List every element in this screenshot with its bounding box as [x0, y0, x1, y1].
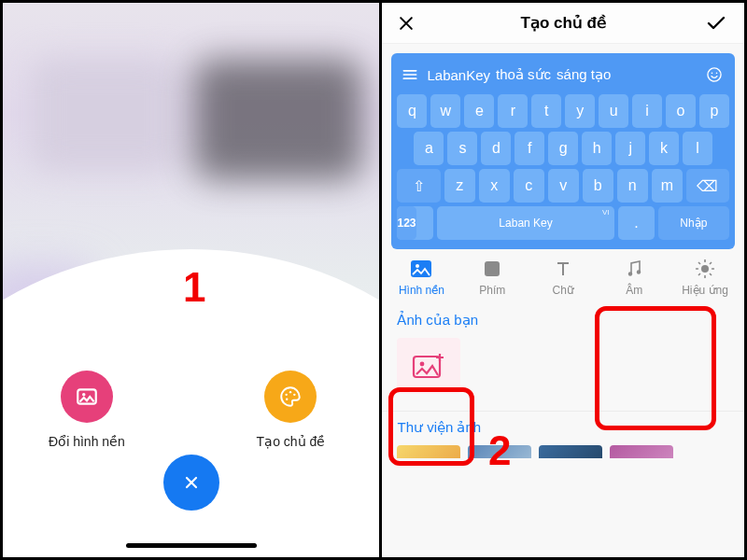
keyboard-preview: LabanKey thoả sức sáng tạo q w e r t y u — [382, 44, 744, 249]
close-button[interactable] — [397, 14, 421, 33]
key-s[interactable]: s — [447, 132, 477, 165]
key-y[interactable]: y — [565, 94, 595, 128]
tab-background[interactable]: Hình nền — [386, 259, 457, 297]
close-menu-button[interactable] — [163, 455, 219, 522]
key-j[interactable]: j — [615, 132, 645, 165]
tab-label: Chữ — [553, 284, 574, 297]
svg-point-8 — [716, 73, 718, 75]
svg-rect-11 — [485, 261, 500, 276]
square-icon — [481, 259, 503, 279]
tab-label: Hình nền — [399, 284, 444, 297]
editor-tabs: Hình nền Phím Chữ Âm Hiệu ứng — [382, 249, 744, 301]
key-k[interactable]: k — [649, 132, 679, 165]
library-thumb[interactable] — [610, 445, 673, 458]
svg-point-13 — [637, 270, 641, 273]
key-p[interactable]: p — [699, 94, 729, 128]
tab-text[interactable]: Chữ — [528, 259, 599, 297]
key-o[interactable]: o — [666, 94, 696, 128]
key-v[interactable]: v — [548, 169, 579, 203]
key-u[interactable]: u — [599, 94, 628, 128]
keyboard-suggestion-bar: LabanKey thoả sức sáng tạo — [397, 59, 729, 94]
key-e[interactable]: e — [464, 94, 494, 128]
close-icon — [163, 455, 219, 511]
library-thumb[interactable] — [539, 445, 602, 458]
confirm-button[interactable] — [705, 12, 729, 35]
keyboard-row-1: q w e r t y u i o p — [397, 94, 729, 128]
key-m[interactable]: m — [652, 169, 683, 203]
key-backspace[interactable]: ⌫ — [686, 169, 729, 203]
key-f[interactable]: f — [514, 132, 544, 165]
svg-point-14 — [701, 265, 709, 273]
highlight-box-2 — [388, 387, 474, 466]
kb-word-2: sáng tạo — [557, 66, 611, 83]
svg-point-12 — [628, 272, 632, 275]
change-background-button[interactable]: Đổi hình nền — [31, 371, 143, 449]
keyboard-row-4: 123 , Laban Key VI . Nhập — [397, 206, 729, 240]
svg-point-5 — [286, 399, 288, 400]
create-theme-label: Tạo chủ đề — [234, 434, 346, 449]
lang-indicator: VI — [602, 208, 610, 217]
tab-keys[interactable]: Phím — [457, 259, 528, 297]
key-t[interactable]: t — [531, 94, 561, 128]
create-theme-button[interactable]: Tạo chủ đề — [234, 371, 346, 449]
tab-label: Phím — [479, 284, 505, 297]
image-icon — [410, 259, 432, 279]
image-icon — [61, 371, 113, 423]
svg-point-10 — [416, 264, 419, 268]
key-q[interactable]: q — [397, 94, 427, 128]
callout-number-1: 1 — [183, 264, 205, 311]
brightness-icon — [694, 259, 716, 279]
highlight-box-1 — [595, 306, 716, 430]
key-123[interactable]: 123 — [397, 206, 416, 240]
editor-header: Tạo chủ đề — [382, 3, 744, 44]
key-w[interactable]: w — [430, 94, 460, 128]
key-b[interactable]: b — [583, 169, 613, 203]
key-c[interactable]: c — [514, 169, 544, 203]
change-background-label: Đổi hình nền — [31, 434, 143, 449]
kb-word-1: thoả sức — [496, 66, 551, 83]
emoji-icon[interactable] — [705, 65, 726, 84]
tab-label: Hiệu ứng — [682, 284, 728, 297]
key-g[interactable]: g — [548, 132, 578, 165]
key-x[interactable]: x — [479, 169, 510, 203]
tab-effects[interactable]: Hiệu ứng — [669, 259, 740, 297]
svg-point-7 — [712, 73, 713, 75]
space-label: Laban Key — [499, 217, 552, 230]
svg-point-1 — [82, 393, 85, 396]
keyboard-row-3: ⇧ z x c v b n m ⌫ — [397, 169, 729, 203]
key-enter[interactable]: Nhập — [658, 206, 729, 240]
menu-icon[interactable] — [401, 65, 421, 84]
add-image-icon — [412, 352, 445, 380]
music-icon — [623, 259, 645, 279]
key-d[interactable]: d — [481, 132, 511, 165]
palette-icon — [264, 371, 317, 423]
svg-point-6 — [708, 68, 721, 81]
kb-app-name: LabanKey — [427, 67, 490, 83]
key-h[interactable]: h — [582, 132, 612, 165]
key-shift[interactable]: ⇧ — [397, 169, 440, 203]
key-i[interactable]: i — [632, 94, 662, 128]
key-dot[interactable]: . — [618, 206, 654, 240]
action-menu: Đổi hình nền Tạo chủ đề — [3, 315, 379, 557]
text-icon — [552, 259, 574, 279]
svg-point-3 — [289, 391, 291, 393]
svg-point-4 — [294, 394, 296, 396]
callout-number-2: 2 — [488, 427, 511, 474]
tab-label: Âm — [626, 284, 642, 297]
svg-point-16 — [420, 362, 425, 367]
step2-panel: Tạo chủ đề LabanKey thoả sức sáng tạo — [382, 3, 744, 557]
home-indicator — [126, 543, 257, 548]
tab-sound[interactable]: Âm — [599, 259, 669, 297]
key-n[interactable]: n — [617, 169, 648, 203]
key-space[interactable]: Laban Key VI — [437, 206, 615, 240]
keyboard-row-2: a s d f g h j k l — [397, 132, 729, 165]
key-a[interactable]: a — [414, 132, 444, 165]
key-l[interactable]: l — [683, 132, 712, 165]
key-r[interactable]: r — [498, 94, 528, 128]
add-photo-button[interactable] — [397, 338, 460, 394]
header-title: Tạo chủ đề — [521, 13, 606, 33]
key-z[interactable]: z — [444, 169, 475, 203]
svg-point-2 — [286, 394, 288, 396]
